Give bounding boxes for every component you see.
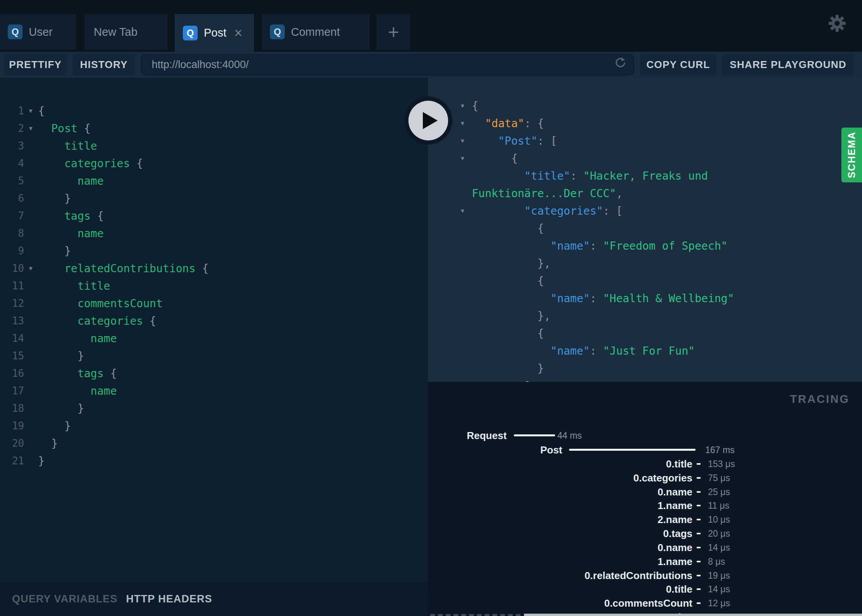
code-text: title bbox=[38, 137, 97, 155]
code-text: "name": "Freedom of Speech" bbox=[472, 237, 727, 255]
code-token: { bbox=[472, 152, 518, 165]
prettify-button[interactable]: PRETTIFY bbox=[4, 54, 67, 75]
schema-tab-label: SCHEMA bbox=[846, 131, 857, 178]
code-token bbox=[472, 170, 524, 182]
fold-arrow-icon[interactable]: ▼ bbox=[26, 260, 36, 277]
tracing-field-value: 25 μs bbox=[708, 486, 730, 497]
code-text: "categories": [ bbox=[472, 202, 623, 220]
code-token: }, bbox=[472, 257, 550, 270]
code-token bbox=[472, 345, 550, 357]
tracing-row: 0.commentsCount12 μs bbox=[428, 598, 862, 609]
tracing-dash bbox=[697, 533, 701, 534]
editor-line: 9 } bbox=[0, 242, 428, 260]
tracing-field-label: 1.name bbox=[657, 500, 692, 511]
line-number: 8 bbox=[0, 225, 24, 242]
code-token: : [ bbox=[538, 135, 557, 147]
tracing-dash bbox=[697, 463, 701, 465]
code-text: name bbox=[38, 330, 117, 347]
code-token: name bbox=[77, 227, 103, 240]
tracing-row: 0.tags20 μs bbox=[428, 528, 862, 539]
response-line: ▼ "categories": [ bbox=[428, 202, 862, 220]
line-number: 19 bbox=[0, 417, 24, 435]
line-number: 3 bbox=[0, 137, 24, 155]
tab-user[interactable]: Q User bbox=[0, 14, 76, 50]
reload-icon[interactable] bbox=[614, 56, 627, 70]
code-token bbox=[38, 227, 77, 240]
http-headers-tab[interactable]: HTTP HEADERS bbox=[126, 582, 212, 616]
code-token: "Just For Fun" bbox=[603, 345, 695, 357]
code-token: : { bbox=[524, 117, 544, 130]
code-token: categories bbox=[64, 157, 130, 170]
tracing-field-label: 0.categories bbox=[633, 472, 692, 483]
code-text: } bbox=[38, 242, 71, 260]
clipped-text-fragment bbox=[430, 614, 523, 616]
code-text: } bbox=[472, 360, 544, 377]
code-token bbox=[38, 122, 51, 135]
query-variables-tab[interactable]: QUERY VARIABLES bbox=[12, 582, 117, 616]
code-token bbox=[38, 210, 64, 222]
tracing-field-value: 153 μs bbox=[708, 458, 735, 469]
collapse-arrow-icon[interactable]: ▼ bbox=[457, 132, 468, 150]
response-line: "name": "Freedom of Speech" bbox=[428, 237, 862, 255]
tab-new-tab[interactable]: New Tab bbox=[84, 14, 168, 50]
tracing-field-label: 0.tags bbox=[663, 528, 692, 539]
collapse-arrow-icon[interactable]: ▼ bbox=[457, 115, 468, 132]
editor-line: 12 commentsCount bbox=[0, 295, 428, 312]
code-token bbox=[38, 280, 77, 292]
code-token: : bbox=[590, 240, 603, 252]
editor-line: 16 tags { bbox=[0, 365, 428, 382]
code-text: } bbox=[38, 417, 71, 435]
response-line: "name": "Just For Fun" bbox=[428, 342, 862, 360]
history-button[interactable]: HISTORY bbox=[72, 54, 135, 75]
tab-post[interactable]: Q Post × bbox=[175, 14, 254, 52]
code-token: }, bbox=[472, 310, 550, 322]
response-line: ▼{ bbox=[428, 97, 862, 115]
line-number: 11 bbox=[0, 277, 24, 295]
execute-query-button[interactable] bbox=[404, 96, 452, 145]
code-token: name bbox=[77, 175, 103, 187]
code-token: { bbox=[472, 327, 544, 340]
tracing-field-label: 2.name bbox=[657, 514, 692, 525]
close-icon[interactable]: × bbox=[234, 27, 242, 39]
tab-label: User bbox=[29, 26, 53, 38]
code-text: { bbox=[472, 150, 518, 167]
code-token: name bbox=[91, 332, 117, 345]
tab-label: Comment bbox=[291, 26, 340, 38]
line-number: 17 bbox=[0, 382, 24, 400]
collapse-arrow-icon[interactable]: ▼ bbox=[457, 97, 468, 115]
horizontal-scrollbar[interactable] bbox=[524, 614, 862, 616]
code-token: } bbox=[38, 402, 84, 415]
tracing-field-label: 0.title bbox=[666, 458, 692, 469]
code-token: { bbox=[196, 262, 209, 275]
line-number: 1 bbox=[0, 102, 24, 120]
collapse-arrow-icon[interactable]: ▼ bbox=[457, 202, 468, 220]
code-text: } bbox=[38, 347, 84, 365]
tracing-row: 1.name8 μs bbox=[428, 556, 862, 567]
code-token: categories bbox=[77, 315, 143, 327]
tracing-field-label: 0.name bbox=[657, 486, 692, 497]
editor-line: 6 } bbox=[0, 190, 428, 207]
fold-arrow-icon[interactable]: ▼ bbox=[26, 120, 36, 137]
schema-tab[interactable]: SCHEMA bbox=[841, 128, 862, 182]
line-number: 2 bbox=[0, 120, 24, 137]
line-number: 21 bbox=[0, 452, 24, 470]
code-text: "Post": [ bbox=[472, 132, 557, 150]
code-token: "name" bbox=[550, 240, 590, 252]
tab-label: Post bbox=[204, 26, 226, 39]
tab-comment[interactable]: Q Comment bbox=[262, 14, 370, 50]
new-tab-button[interactable]: + bbox=[377, 14, 410, 50]
tracing-field-label: 0.name bbox=[657, 542, 692, 553]
fold-arrow-icon[interactable]: ▼ bbox=[26, 102, 36, 120]
tracing-dash bbox=[697, 588, 701, 590]
gear-icon[interactable] bbox=[828, 14, 846, 33]
endpoint-url-input[interactable]: http://localhost:4000/ bbox=[141, 54, 634, 75]
copy-curl-button[interactable]: COPY CURL bbox=[640, 54, 717, 75]
tracing-dash bbox=[697, 561, 701, 562]
query-editor[interactable]: 1▼{2▼ Post {3 title4 categories {5 name6… bbox=[0, 78, 428, 582]
share-playground-button[interactable]: SHARE PLAYGROUND bbox=[722, 54, 854, 75]
collapse-arrow-icon[interactable]: ▼ bbox=[457, 150, 468, 167]
response-line: "title": "Hacker, Freaks und bbox=[428, 167, 862, 185]
tracing-dash bbox=[697, 547, 701, 548]
tracing-row: 1.name11 μs bbox=[428, 500, 862, 511]
tracing-panel: TRACING Request44 msPost167 ms0.title153… bbox=[428, 382, 862, 616]
